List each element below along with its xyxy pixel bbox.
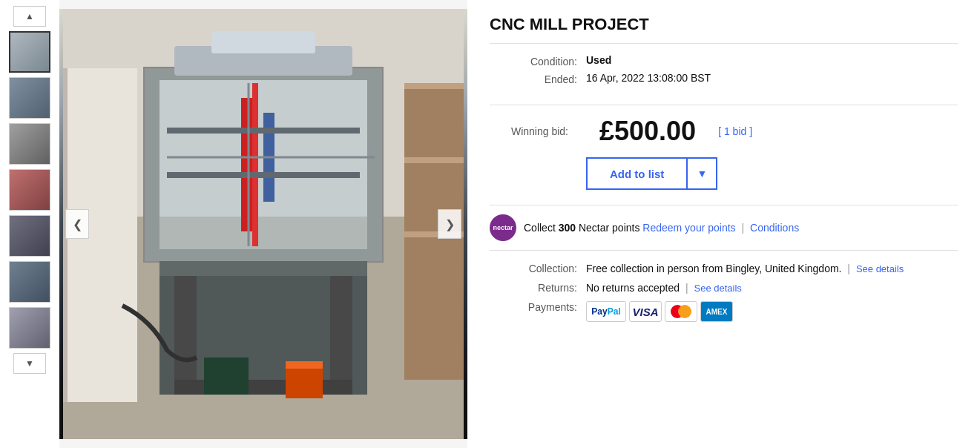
image-nav-left[interactable]: ❮ [65,209,89,239]
redeem-points-link[interactable]: Redeem your points [642,222,735,234]
amex-text: AMEX [706,308,728,316]
product-image-svg [59,9,467,439]
conditions-link[interactable]: Conditions [750,222,799,234]
svg-rect-11 [367,68,382,261]
mc-orange-circle [678,305,691,318]
winning-bid-amount: £500.00 [599,116,696,147]
page-container: ▲ ▼ [0,0,980,448]
winning-bid-label: Winning bid: [490,125,577,137]
add-to-list-button[interactable]: Add to list [586,157,688,190]
returns-pipe: | [685,282,691,294]
svg-rect-6 [404,83,464,89]
condition-value-text: Used [586,54,611,66]
add-to-list-dropdown[interactable]: ▼ [688,157,717,190]
info-grid: Condition: Used Ended: 16 Apr, 2022 13:0… [490,54,958,85]
separator-1 [490,105,958,105]
main-image [59,9,467,439]
nectar-separator: | [742,222,745,234]
collection-value: Free collection in person from Bingley, … [586,263,958,274]
thumbnail-5[interactable] [9,215,50,257]
payments-value: PayPal VISA AMEX [586,301,958,322]
bottom-info-grid: Collection: Free collection in person fr… [490,263,958,322]
nectar-middle: Nectar points [576,222,639,234]
nectar-text: Collect 300 Nectar points Redeem your po… [524,222,799,234]
nectar-logo-text: nectar [493,224,513,231]
ended-label: Ended: [490,72,586,85]
svg-rect-28 [204,358,249,395]
nectar-section: nectar Collect 300 Nectar points Redeem … [490,205,958,251]
svg-rect-13 [145,249,382,261]
thumbnail-1[interactable] [9,31,50,73]
chevron-up-icon: ▲ [25,11,34,22]
svg-rect-7 [404,157,464,163]
returns-value: No returns accepted | See details [586,282,958,294]
collection-value-text: Free collection in person from Bingley, … [586,263,841,274]
thumbnail-2[interactable] [9,77,50,119]
dropdown-arrow-icon: ▼ [697,168,707,179]
thumbnail-7[interactable] [9,307,50,349]
collection-pipe: | [847,263,853,274]
amex-icon: AMEX [700,301,733,322]
mastercard-icon [665,301,697,322]
detail-panel: CNC MILL PROJECT Condition: Used Ended: … [467,0,980,448]
nectar-prefix: Collect [524,222,559,234]
thumbnail-6[interactable] [9,261,50,303]
chevron-down-icon: ▼ [25,358,34,369]
visa-icon: VISA [629,301,662,322]
chevron-right-icon: ❯ [445,217,455,231]
svg-rect-17 [252,83,258,246]
bid-row: Winning bid: £500.00 [ 1 bid ] [490,116,958,147]
svg-rect-24 [160,261,367,276]
collection-label: Collection: [490,263,586,274]
collection-see-details-link[interactable]: See details [856,263,904,274]
svg-rect-20 [167,172,360,178]
condition-label: Condition: [490,54,586,67]
thumbnail-4[interactable] [9,169,50,211]
action-row: Add to list ▼ [586,157,958,190]
nectar-logo: nectar [490,214,516,241]
svg-rect-27 [174,380,352,395]
paypal-icon: PayPal [586,301,626,322]
svg-rect-30 [286,361,323,369]
thumb-nav-down[interactable]: ▼ [13,353,46,374]
svg-rect-15 [211,31,315,53]
thumbnail-3[interactable] [9,123,50,165]
svg-rect-26 [330,276,352,395]
payments-label: Payments: [490,301,586,322]
thumbnail-sidebar: ▲ ▼ [0,0,59,448]
svg-rect-10 [145,68,160,261]
svg-rect-19 [167,128,360,134]
ended-value: 16 Apr, 2022 13:08:00 BST [586,72,958,85]
returns-label: Returns: [490,282,586,294]
payment-icons: PayPal VISA AMEX [586,301,958,322]
bid-count[interactable]: [ 1 bid ] [718,125,752,137]
condition-value: Used [586,54,958,67]
thumb-nav-up[interactable]: ▲ [13,6,46,27]
svg-rect-25 [174,276,197,395]
image-nav-right[interactable]: ❯ [438,209,461,239]
returns-value-text: No returns accepted [586,282,680,294]
returns-see-details-link[interactable]: See details [694,283,742,294]
chevron-left-icon: ❮ [73,217,82,231]
product-title: CNC MILL PROJECT [490,15,958,44]
main-image-area: ❮ ❯ [59,0,467,448]
nectar-points: 300 [559,222,576,234]
